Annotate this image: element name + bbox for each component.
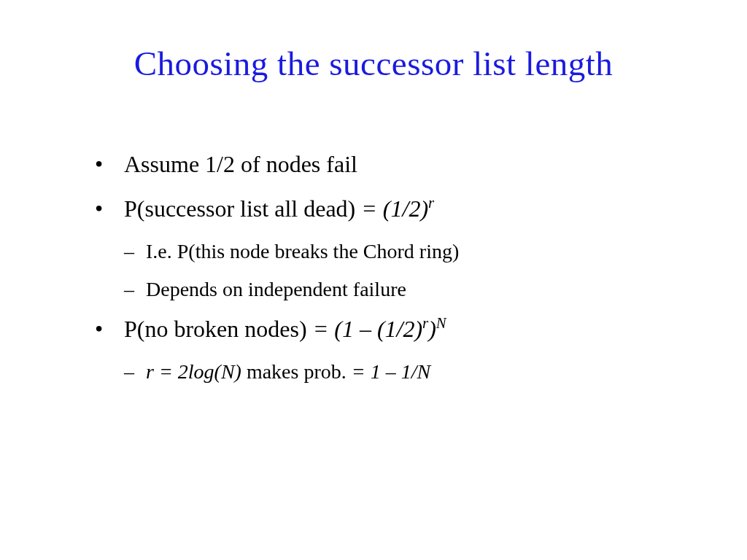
slide-title: Choosing the successor list length — [58, 44, 689, 83]
bullet-2-text: P(successor list all dead) = (1/2)r — [124, 193, 434, 225]
bullet-1-text: Assume 1/2 of nodes fail — [124, 149, 357, 180]
bullet-marker: • — [95, 314, 124, 345]
dash-marker: – — [124, 276, 146, 303]
bullet-2-sub-2: – Depends on independent failure — [124, 276, 689, 303]
bullet-3: • P(no broken nodes) = (1 – (1/2)r)N — [95, 314, 689, 345]
bullet-marker: • — [95, 149, 124, 180]
bullet-1: • Assume 1/2 of nodes fail — [95, 149, 689, 180]
dash-marker: – — [124, 238, 146, 265]
bullet-3-text: P(no broken nodes) = (1 – (1/2)r)N — [124, 314, 446, 345]
bullet-2-sub-2-text: Depends on independent failure — [146, 276, 406, 303]
slide-content: • Assume 1/2 of nodes fail • P(successor… — [58, 149, 689, 386]
dash-marker: – — [124, 358, 146, 386]
bullet-marker: • — [95, 193, 124, 225]
bullet-3-sub-1: – r = 2log(N) makes prob. = 1 – 1/N — [124, 358, 689, 386]
bullet-2-sub-1-text: I.e. P(this node breaks the Chord ring) — [146, 238, 459, 265]
bullet-3-sub-1-text: r = 2log(N) makes prob. = 1 – 1/N — [146, 358, 430, 386]
bullet-2-sub-1: – I.e. P(this node breaks the Chord ring… — [124, 238, 689, 265]
bullet-2: • P(successor list all dead) = (1/2)r — [95, 193, 689, 225]
